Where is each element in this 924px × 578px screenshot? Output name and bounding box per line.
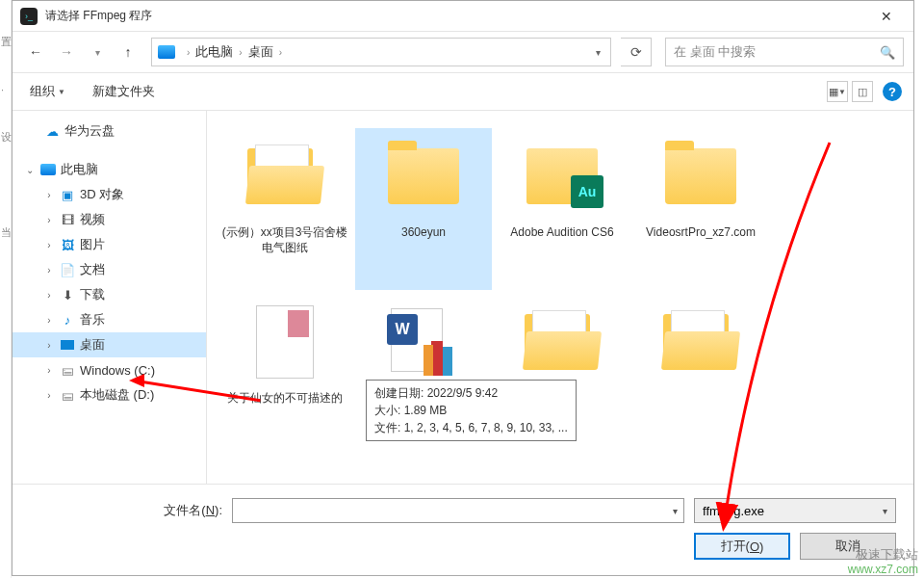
- sidebar-item-music[interactable]: › ♪ 音乐: [13, 307, 206, 332]
- recent-dropdown[interactable]: ▾: [84, 39, 111, 66]
- drive-icon: 🖴: [59, 362, 76, 378]
- sidebar-item-cloud[interactable]: ☁ 华为云盘: [13, 118, 206, 144]
- folder-icon: [388, 148, 459, 204]
- chevron-right-icon: ›: [279, 47, 282, 58]
- titlebar: ›_ 请选择 FFmpeg 程序 ✕: [13, 1, 913, 32]
- pc-icon: [158, 45, 175, 59]
- music-icon: ♪: [59, 312, 76, 328]
- sidebar-item-documents[interactable]: › 📄 文档: [13, 257, 206, 282]
- watermark: 极速下载站 www.xz7.com: [848, 547, 918, 576]
- file-item[interactable]: 关于仙女的不可描述的: [217, 294, 353, 456]
- file-item[interactable]: Au Adobe Audition CS6: [494, 128, 630, 290]
- sidebar: ☁ 华为云盘 ⌄ 此电脑 › ▣ 3D 对象 › 🎞 视频 › 🖼: [13, 111, 207, 484]
- address-bar[interactable]: › 此电脑 › 桌面 › ▾: [151, 38, 611, 66]
- download-icon: ⬇: [59, 287, 76, 302]
- close-button[interactable]: ✕: [867, 9, 906, 24]
- drive-icon: 🖴: [59, 387, 76, 403]
- sidebar-item-cdrive[interactable]: › 🖴 Windows (C:): [13, 357, 206, 382]
- organize-menu[interactable]: 组织▼: [24, 79, 71, 104]
- sidebar-item-video[interactable]: › 🎞 视频: [13, 207, 206, 232]
- search-input[interactable]: 在 桌面 中搜索 🔍: [665, 38, 904, 66]
- cloud-icon: ☁: [43, 123, 61, 139]
- sidebar-item-pictures[interactable]: › 🖼 图片: [13, 232, 206, 257]
- sidebar-item-ddrive[interactable]: › 🖴 本地磁盘 (D:): [13, 382, 206, 407]
- archive-icon: W: [391, 308, 456, 376]
- file-item[interactable]: 360eyun: [355, 128, 492, 290]
- sidebar-item-downloads[interactable]: › ⬇ 下载: [13, 282, 206, 307]
- forward-button: →: [53, 39, 80, 66]
- desktop-icon: [59, 337, 76, 353]
- filename-input[interactable]: ▾: [232, 498, 684, 523]
- filename-label: 文件名(N):: [30, 502, 222, 519]
- view-mode-button[interactable]: ▦ ▼: [827, 81, 848, 102]
- dialog-title: 请选择 FFmpeg 程序: [45, 8, 867, 24]
- sidebar-item-desktop[interactable]: › 桌面: [13, 332, 206, 357]
- breadcrumb-root[interactable]: 此电脑: [195, 43, 233, 61]
- pc-icon: [39, 162, 57, 177]
- file-item[interactable]: (示例）xx项目3号宿舍楼电气图纸: [217, 128, 353, 290]
- chevron-right-icon[interactable]: ›: [43, 190, 55, 200]
- folder-icon: Au: [526, 148, 598, 204]
- help-icon[interactable]: ?: [883, 82, 902, 101]
- annotation-arrow: [656, 133, 907, 557]
- sidebar-item-pc[interactable]: ⌄ 此电脑: [13, 157, 206, 182]
- refresh-button[interactable]: ⟳: [621, 38, 652, 66]
- back-button[interactable]: ←: [22, 39, 49, 66]
- search-placeholder: 在 桌面 中搜索: [674, 43, 756, 61]
- breadcrumb-current[interactable]: 桌面: [248, 43, 273, 61]
- sidebar-item-3d[interactable]: › ▣ 3D 对象: [13, 182, 206, 207]
- image-icon: 🖼: [59, 237, 76, 252]
- chevron-right-icon: ›: [239, 47, 242, 58]
- tooltip: 创建日期: 2022/9/5 9:42 大小: 1.89 MB 文件: 1, 2…: [366, 380, 577, 441]
- new-folder-button[interactable]: 新建文件夹: [87, 79, 161, 104]
- up-button[interactable]: ↑: [115, 39, 141, 66]
- nav-bar: ← → ▾ ↑ › 此电脑 › 桌面 › ▾ ⟳ 在 桌面 中搜索 🔍: [13, 32, 913, 72]
- toolbar: 组织▼ 新建文件夹 ▦ ▼ ◫ ?: [13, 72, 913, 111]
- chevron-right-icon: ›: [187, 47, 190, 58]
- cube-icon: ▣: [59, 187, 76, 202]
- chevron-down-icon[interactable]: ⌄: [24, 165, 36, 175]
- document-icon: 📄: [59, 262, 76, 277]
- search-icon: 🔍: [880, 45, 895, 60]
- preview-pane-button[interactable]: ◫: [852, 81, 873, 102]
- address-dropdown[interactable]: ▾: [592, 47, 604, 58]
- app-icon: ›_: [20, 8, 38, 25]
- video-icon: 🎞: [59, 212, 76, 227]
- document-icon: [256, 305, 314, 379]
